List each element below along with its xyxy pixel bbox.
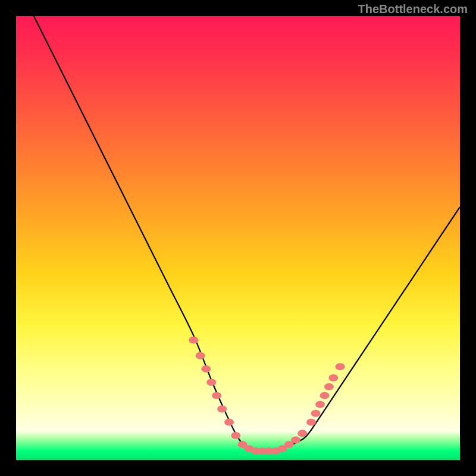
chart-background-gradient <box>16 16 460 460</box>
attribution-text: TheBottleneck.com <box>358 2 468 16</box>
